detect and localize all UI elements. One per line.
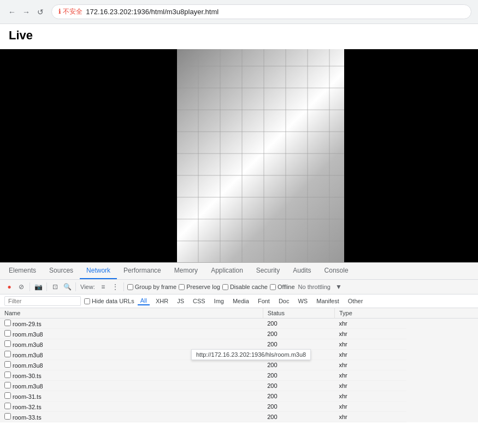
page-content: Live: [0, 24, 478, 49]
offline-checkbox[interactable]: Offline: [270, 284, 295, 290]
row-checkbox[interactable]: [4, 382, 11, 388]
filter-button[interactable]: ⊡: [50, 282, 60, 292]
column-header-status[interactable]: Status: [263, 308, 334, 319]
row-checkbox[interactable]: [4, 392, 11, 399]
row-type: xhr: [335, 370, 406, 381]
row-status: 200: [263, 412, 334, 422]
filter-js-button[interactable]: JS: [174, 297, 187, 305]
row-status: 200: [263, 370, 334, 381]
filter-doc-button[interactable]: Doc: [276, 297, 292, 305]
hide-data-urls-input[interactable]: [84, 298, 90, 304]
camera-button[interactable]: 📷: [33, 282, 43, 292]
row-checkbox[interactable]: [4, 351, 11, 357]
filter-ws-button[interactable]: WS: [295, 297, 310, 305]
tree-view-button[interactable]: ⋮: [110, 282, 120, 292]
separator-2: [46, 282, 47, 291]
page-title: Live: [9, 28, 469, 43]
row-type: xhr: [335, 391, 406, 402]
disable-cache-label: Disable cache: [230, 284, 268, 290]
filter-all-button[interactable]: All: [138, 297, 150, 305]
row-checkbox[interactable]: [4, 361, 11, 368]
group-by-frame-input[interactable]: [127, 284, 133, 290]
hide-data-urls-label: Hide data URLs: [92, 298, 134, 304]
group-by-frame-checkbox[interactable]: Group by frame: [127, 284, 176, 290]
filter-font-button[interactable]: Font: [255, 297, 273, 305]
row-checkbox[interactable]: [4, 372, 11, 378]
separator-3: [75, 282, 76, 291]
table-row[interactable]: room.m3u8200xhr: [0, 360, 478, 370]
filter-img-button[interactable]: Img: [211, 297, 227, 305]
tab-network[interactable]: Network: [80, 263, 117, 279]
list-view-button[interactable]: ≡: [98, 282, 108, 292]
row-checkbox[interactable]: [4, 330, 11, 337]
tab-audits[interactable]: Audits: [286, 263, 317, 279]
row-status: 200: [263, 391, 334, 402]
table-row[interactable]: room-31.ts200xhr: [0, 391, 478, 402]
table-row[interactable]: room-29.ts200xhr: [0, 319, 478, 329]
tab-console[interactable]: Console: [318, 263, 355, 279]
preserve-log-input[interactable]: [179, 284, 185, 290]
row-checkbox[interactable]: [4, 320, 11, 326]
row-status: 200: [263, 381, 334, 391]
row-type: xhr: [335, 350, 406, 360]
disable-cache-input[interactable]: [222, 284, 228, 290]
tab-elements[interactable]: Elements: [2, 263, 43, 279]
filter-bar: Hide data URLs All XHR JS CSS Img Media …: [0, 294, 478, 308]
filter-input[interactable]: [4, 296, 81, 306]
row-type: xhr: [335, 319, 406, 329]
table-row[interactable]: room.m3u8200xhr: [0, 329, 478, 339]
row-status: 200: [263, 339, 334, 350]
record-button[interactable]: ●: [4, 282, 14, 292]
throttling-dropdown-button[interactable]: ▼: [334, 282, 344, 292]
group-by-frame-label: Group by frame: [135, 284, 176, 290]
back-button[interactable]: ←: [7, 7, 17, 17]
table-row[interactable]: room-32.ts200xhr: [0, 402, 478, 412]
column-header-type[interactable]: Type: [335, 308, 406, 319]
disable-cache-checkbox[interactable]: Disable cache: [222, 284, 268, 290]
table-row[interactable]: room-30.ts200xhr: [0, 370, 478, 381]
devtools-tabs: Elements Sources Network Performance Mem…: [0, 263, 478, 280]
forward-button[interactable]: →: [21, 7, 32, 17]
hide-data-urls-checkbox[interactable]: Hide data URLs: [84, 298, 134, 304]
offline-input[interactable]: [270, 284, 276, 290]
devtools-panel: Elements Sources Network Performance Mem…: [0, 262, 478, 422]
tab-security[interactable]: Security: [250, 263, 286, 279]
table-row[interactable]: room.m3u8200xhr: [0, 339, 478, 350]
row-type: xhr: [335, 329, 406, 339]
view-label: View:: [80, 284, 95, 290]
url-text: 172.16.23.202:1936/html/m3u8player.html: [86, 8, 219, 16]
video-panel-right: [344, 49, 478, 262]
table-row[interactable]: room.m3u8200xhrhttp://172.16.23.202:1936…: [0, 350, 478, 360]
no-throttling-label: No throttling: [298, 284, 331, 290]
filter-css-button[interactable]: CSS: [190, 297, 208, 305]
table-row[interactable]: room.m3u8200xhr: [0, 381, 478, 391]
separator-4: [123, 282, 124, 291]
table-row[interactable]: room-33.ts200xhr: [0, 412, 478, 422]
video-panel-center: [177, 49, 344, 262]
column-header-name[interactable]: Name: [0, 308, 263, 319]
filter-xhr-button[interactable]: XHR: [153, 297, 171, 305]
tab-memory[interactable]: Memory: [168, 263, 204, 279]
network-table-container[interactable]: Name Status Type room-29.ts200xhr room.m…: [0, 308, 478, 422]
tab-sources[interactable]: Sources: [43, 263, 80, 279]
stop-button[interactable]: ⊘: [16, 282, 26, 292]
separator-1: [29, 282, 30, 291]
filter-other-button[interactable]: Other: [345, 297, 366, 305]
reload-button[interactable]: ↺: [35, 7, 46, 17]
preserve-log-checkbox[interactable]: Preserve log: [179, 284, 220, 290]
nav-buttons: ← → ↺: [7, 7, 46, 17]
row-checkbox[interactable]: [4, 413, 11, 420]
row-checkbox[interactable]: [4, 403, 11, 409]
address-bar[interactable]: ℹ 不安全 172.16.23.202:1936/html/m3u8player…: [51, 4, 471, 19]
row-status: 200: [263, 350, 334, 360]
offline-label: Offline: [278, 284, 295, 290]
devtools-toolbar: ● ⊘ 📷 ⊡ 🔍 View: ≡ ⋮ Group by frame Prese…: [0, 280, 478, 294]
search-button[interactable]: 🔍: [62, 282, 72, 292]
row-status: 200: [263, 360, 334, 370]
tab-application[interactable]: Application: [204, 263, 250, 279]
row-checkbox[interactable]: [4, 340, 11, 347]
tab-performance[interactable]: Performance: [117, 263, 168, 279]
filter-manifest-button[interactable]: Manifest: [314, 297, 342, 305]
filter-media-button[interactable]: Media: [230, 297, 252, 305]
preserve-log-label: Preserve log: [186, 284, 220, 290]
